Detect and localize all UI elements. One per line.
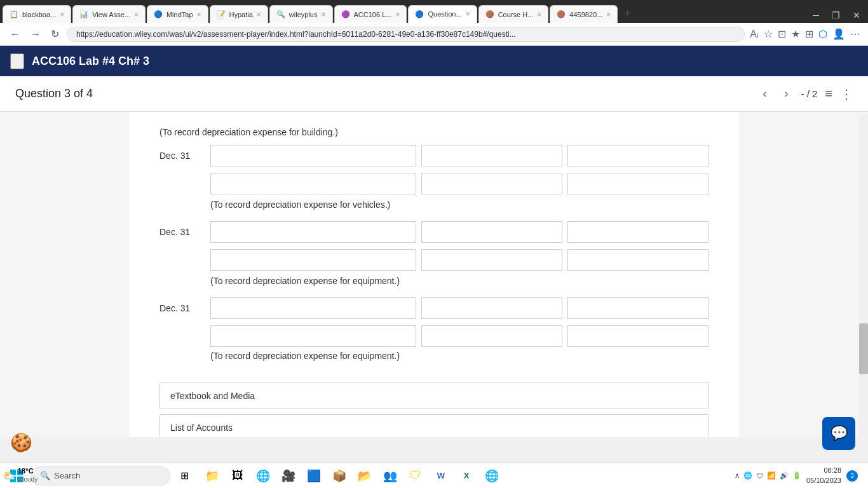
taskbar-excel-icon[interactable]: X [455,464,478,487]
date-label-equipment: Dec. 31 [159,303,210,313]
credit-input-vehicles-2[interactable] [567,249,709,271]
app-back-button[interactable]: ← [10,53,24,69]
entry-row-vehicles-2 [210,249,709,271]
debit-input-vehicles-2[interactable] [421,249,562,271]
prev-question-button[interactable]: ‹ [757,85,771,103]
read-aloud-icon[interactable]: Aᵢ [750,28,759,40]
account-input-building-2[interactable] [210,173,416,194]
cookie-icon[interactable]: 🍪 [10,432,33,455]
app-title: ACC106 Lab #4 Ch# 3 [32,55,149,68]
tab-viewass[interactable]: 📊 View Asse... × [72,5,146,23]
split-view-icon[interactable]: ⊡ [778,28,786,40]
clock-display[interactable]: 08:28 05/10/2023 [806,466,841,485]
profile-icon[interactable]: 👤 [832,28,845,40]
credit-input-equipment-2[interactable] [567,325,709,347]
antivirus-icon[interactable]: 🛡 [756,472,763,480]
tab-close[interactable]: × [537,10,541,19]
taskbar-dropbox-icon[interactable]: 📦 [328,464,351,487]
credit-input-building-2[interactable] [567,173,709,194]
task-view-button[interactable]: ⊞ [173,464,196,487]
tab-close[interactable]: × [606,10,611,19]
tab-close[interactable]: × [466,10,470,18]
tab-blackboard[interactable]: 📋 blackboa... × [3,5,71,23]
scrollbar-thumb[interactable] [859,323,868,374]
account-input-equipment-1[interactable] [210,297,416,319]
question-list-button[interactable]: ≡ [825,86,832,101]
list-of-accounts-button[interactable]: List of Accounts [159,414,709,437]
debit-input-building-1[interactable] [421,145,562,166]
entry-row-building-1: Dec. 31 [159,145,709,166]
forward-button[interactable]: → [28,26,43,43]
restore-button[interactable]: ❐ [827,8,845,23]
tab-close[interactable]: × [322,10,326,19]
weather-condition: Cloudy [18,476,37,484]
question-more-button[interactable]: ⋮ [840,86,853,102]
debit-input-equipment-2[interactable] [421,325,562,347]
tab-close[interactable]: × [197,10,201,19]
weather-widget: ⛅ 18°C Cloudy [0,463,43,488]
tab-question[interactable]: 🔵 Question... × [408,5,477,23]
address-bar-actions: Aᵢ ☆ ⊡ ★ ⊞ ⬡ 👤 ⋯ [750,28,860,40]
question-score: - / 2 [801,88,817,99]
new-tab-button[interactable]: + [619,4,636,23]
entry-row-building-2 [210,173,709,194]
close-button[interactable]: ✕ [848,8,865,23]
account-input-building-1[interactable] [210,145,416,166]
date-label-building: Dec. 31 [159,151,210,161]
taskbar-portal-icon[interactable]: 🟦 [302,464,325,487]
credit-input-building-1[interactable] [567,145,709,166]
taskbar-browser2-icon[interactable]: 🌐 [480,464,503,487]
notification-badge[interactable]: 3 [846,470,858,482]
tab-close[interactable]: × [60,10,64,19]
debit-input-equipment-1[interactable] [421,297,562,319]
taskbar-search[interactable]: 🔍 Search [31,466,170,485]
tab-4459820[interactable]: 🟤 4459820... × [550,5,618,23]
taskbar-zoom-icon[interactable]: 🎥 [277,464,300,487]
taskbar-teams-icon[interactable]: 👥 [379,464,402,487]
tab-wileyplus[interactable]: 🔍 wileyplus × [269,5,333,23]
account-input-vehicles-2[interactable] [210,249,416,271]
viewass-favicon: 📊 [79,10,88,18]
question-right-controls: - / 2 ≡ ⋮ [801,86,853,102]
weather-icon: ⛅ [3,470,15,482]
collections-icon[interactable]: ⊞ [805,28,813,40]
tab-close[interactable]: × [395,10,400,19]
taskbar-word-icon[interactable]: W [430,464,452,487]
blackboard-favicon: 📋 [10,10,18,18]
bookmark-icon[interactable]: ☆ [764,28,773,40]
back-button[interactable]: ← [8,26,23,43]
tab-hypatia[interactable]: 📝 Hypatia × [210,5,268,23]
next-question-button[interactable]: › [779,85,793,103]
network-icon[interactable]: 📶 [767,471,776,480]
credit-input-equipment-1[interactable] [567,297,709,319]
minimize-button[interactable]: ─ [808,8,824,23]
favorites-icon[interactable]: ★ [791,28,800,40]
debit-input-vehicles-1[interactable] [421,221,562,243]
note-building: (To record depreciation expense for buil… [159,127,709,137]
tab-courseh[interactable]: 🟤 Course H... × [478,5,549,23]
taskbar-explorer-icon[interactable]: 📂 [353,464,376,487]
taskbar-norton-icon[interactable]: 🛡 [404,464,427,487]
account-input-equipment-2[interactable] [210,325,416,347]
url-input[interactable]: https://education.wiley.com/was/ui/v2/as… [67,27,745,42]
tab-close[interactable]: × [134,10,139,19]
input-group-building-1 [210,145,709,166]
credit-input-vehicles-1[interactable] [567,221,709,243]
hypatia-favicon: 📝 [217,10,226,18]
taskbar-files-icon[interactable]: 📁 [201,464,224,487]
tab-acc106lab[interactable]: 🟣 ACC106 L... × [334,5,407,23]
tab-close[interactable]: × [257,10,261,19]
reload-button[interactable]: ↻ [48,25,62,43]
volume-icon[interactable]: 🔊 [780,471,789,480]
tab-mindtap[interactable]: 🔵 MindTap × [147,5,208,23]
taskbar-edge-icon[interactable]: 🌐 [252,464,275,487]
chat-button[interactable]: 💬 [822,417,855,450]
taskbar-photos-icon[interactable]: 🖼 [226,464,249,487]
battery-icon: 🔋 [792,471,801,480]
debit-input-building-2[interactable] [421,173,562,194]
bing-icon[interactable]: ⬡ [818,28,827,40]
account-input-vehicles-1[interactable] [210,221,416,243]
more-options-icon[interactable]: ⋯ [850,28,860,40]
etextbook-button[interactable]: eTextbook and Media [159,383,709,409]
hidden-icons-button[interactable]: ∧ [735,471,740,480]
